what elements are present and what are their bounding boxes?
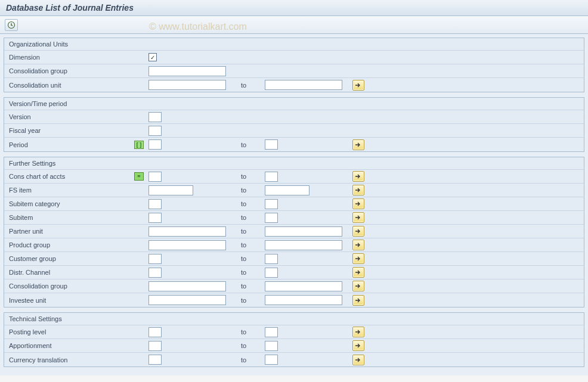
arrow-right-icon xyxy=(355,228,362,234)
marker-cons-chart[interactable]: = xyxy=(134,172,144,181)
input-fiscal-year[interactable] xyxy=(148,126,162,136)
multi-select-cons-unit[interactable] xyxy=(352,80,364,91)
execute-button[interactable] xyxy=(5,19,18,31)
row-investee-unit: Investee unit to xyxy=(4,293,584,307)
label-subitem: Subitem xyxy=(9,214,134,221)
arrow-right-icon xyxy=(355,82,362,88)
input-fs-item-to[interactable] xyxy=(265,185,310,195)
label-posting-level: Posting level xyxy=(9,328,134,336)
multi-select-period[interactable] xyxy=(352,139,364,150)
multi-select-product-group[interactable] xyxy=(352,240,364,250)
group-title-version: Version/Time period xyxy=(4,98,584,110)
input-cons-chart-to[interactable] xyxy=(265,172,278,182)
multi-select-distr-channel[interactable] xyxy=(352,267,364,278)
input-subitem-from[interactable] xyxy=(148,213,162,223)
input-cons-group2-from[interactable] xyxy=(148,281,226,291)
input-period-from[interactable] xyxy=(148,139,162,150)
label-investee-unit: Investee unit xyxy=(9,297,134,304)
multi-select-fs-item[interactable] xyxy=(352,185,364,195)
arrow-right-icon xyxy=(355,297,362,303)
multi-select-apportionment[interactable] xyxy=(352,340,364,351)
input-cons-chart-from[interactable] xyxy=(148,172,162,182)
row-subitem: Subitem to xyxy=(4,211,584,225)
input-currency-trans-to[interactable] xyxy=(265,355,278,365)
input-version[interactable] xyxy=(148,112,162,122)
row-cons-chart: Cons chart of accts = to xyxy=(4,170,584,184)
row-fiscal-year: Fiscal year xyxy=(4,124,584,138)
label-fiscal-year: Fiscal year xyxy=(9,127,134,134)
row-fs-item: FS item to xyxy=(4,184,584,197)
group-version-time: Version/Time period Version Fiscal year … xyxy=(4,97,584,152)
to-label: to xyxy=(229,82,265,89)
multi-select-partner-unit[interactable] xyxy=(352,226,364,237)
arrow-right-icon xyxy=(355,283,362,289)
multi-select-cons-group2[interactable] xyxy=(352,281,364,291)
input-apportionment-from[interactable] xyxy=(148,341,162,351)
marker-period[interactable]: [ ] xyxy=(134,141,144,149)
label-cons-unit: Consolidation unit xyxy=(9,82,134,89)
multi-select-cons-chart[interactable] xyxy=(352,171,364,182)
label-subitem-cat: Subitem category xyxy=(9,200,134,207)
input-cons-unit-from[interactable] xyxy=(148,80,226,90)
row-dimension: Dimension ✓ xyxy=(4,51,584,64)
input-fs-item-from[interactable] xyxy=(148,185,193,195)
row-cons-unit: Consolidation unit to xyxy=(4,78,584,92)
input-posting-level-to[interactable] xyxy=(265,327,278,337)
title-bar: Database List of Journal Entries xyxy=(0,0,588,16)
label-cons-chart: Cons chart of accts xyxy=(9,173,134,180)
multi-select-investee-unit[interactable] xyxy=(352,295,364,306)
multi-select-subitem-cat[interactable] xyxy=(352,198,364,209)
arrow-right-icon xyxy=(355,187,362,193)
input-product-group-from[interactable] xyxy=(148,240,226,250)
row-cons-group2: Consolidation group to xyxy=(4,279,584,293)
arrow-right-icon xyxy=(355,201,362,207)
arrow-right-icon xyxy=(355,215,362,220)
input-subitem-cat-from[interactable] xyxy=(148,199,162,209)
row-period: Period [ ] to xyxy=(4,138,584,151)
svg-point-1 xyxy=(11,24,12,26)
input-subitem-cat-to[interactable] xyxy=(265,199,278,209)
input-currency-trans-from[interactable] xyxy=(148,355,162,365)
row-distr-channel: Distr. Channel to xyxy=(4,266,584,279)
group-further-settings: Further Settings Cons chart of accts = t… xyxy=(4,157,584,308)
input-cons-unit-to[interactable] xyxy=(265,80,342,90)
input-investee-unit-from[interactable] xyxy=(148,295,226,305)
input-partner-unit-to[interactable] xyxy=(265,226,342,237)
group-title-further: Further Settings xyxy=(4,157,584,170)
input-investee-unit-to[interactable] xyxy=(265,295,342,305)
input-distr-channel-from[interactable] xyxy=(148,268,162,278)
multi-select-posting-level[interactable] xyxy=(352,327,364,337)
row-currency-trans: Currency translation to xyxy=(4,353,584,367)
arrow-right-icon xyxy=(355,173,362,179)
input-period-to[interactable] xyxy=(265,139,278,150)
input-cons-group[interactable] xyxy=(148,66,226,76)
label-cons-group2: Consolidation group xyxy=(9,282,134,290)
label-version: Version xyxy=(9,113,134,120)
input-posting-level-from[interactable] xyxy=(148,327,162,337)
input-apportionment-to[interactable] xyxy=(265,341,278,351)
arrow-right-icon xyxy=(355,269,362,275)
multi-select-subitem[interactable] xyxy=(352,212,364,223)
row-customer-group: Customer group to xyxy=(4,252,584,266)
input-subitem-to[interactable] xyxy=(265,213,278,223)
input-partner-unit-from[interactable] xyxy=(148,226,226,237)
content-area: Organizational Units Dimension ✓ Consoli… xyxy=(0,34,588,375)
multi-select-currency-trans[interactable] xyxy=(352,355,364,365)
page-title: Database List of Journal Entries xyxy=(6,3,134,13)
row-product-group: Product group to xyxy=(4,238,584,252)
multi-select-customer-group[interactable] xyxy=(352,253,364,264)
label-dimension: Dimension xyxy=(9,54,134,61)
label-cons-group: Consolidation group xyxy=(9,67,134,74)
input-product-group-to[interactable] xyxy=(265,240,342,250)
input-cons-group2-to[interactable] xyxy=(265,281,342,291)
label-period: Period xyxy=(9,141,134,148)
label-product-group: Product group xyxy=(9,241,134,249)
input-customer-group-from[interactable] xyxy=(148,254,162,264)
row-subitem-cat: Subitem category to xyxy=(4,197,584,211)
arrow-right-icon xyxy=(355,357,362,363)
group-technical-settings: Technical Settings Posting level to Appo… xyxy=(4,312,584,367)
input-distr-channel-to[interactable] xyxy=(265,268,278,278)
checkbox-dimension[interactable]: ✓ xyxy=(148,53,157,61)
input-customer-group-to[interactable] xyxy=(265,254,278,264)
label-fs-item: FS item xyxy=(9,187,134,194)
